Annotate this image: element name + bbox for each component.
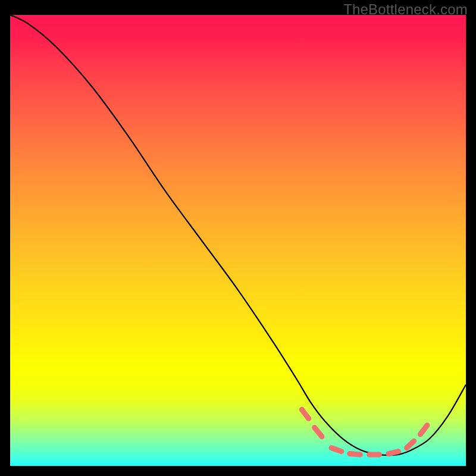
bottleneck-curve xyxy=(10,15,466,455)
trough-dash xyxy=(420,425,427,434)
trough-dash xyxy=(406,441,414,447)
trough-dash xyxy=(331,448,342,452)
trough-dash xyxy=(302,409,308,418)
chart-frame: TheBottleneck.com xyxy=(0,0,476,476)
gradient-plot-area xyxy=(10,15,466,466)
watermark-text: TheBottleneck.com xyxy=(343,1,468,18)
trough-dash xyxy=(315,428,322,437)
trough-dash xyxy=(350,454,361,455)
curve-layer xyxy=(10,15,466,466)
trough-dash xyxy=(389,452,399,454)
